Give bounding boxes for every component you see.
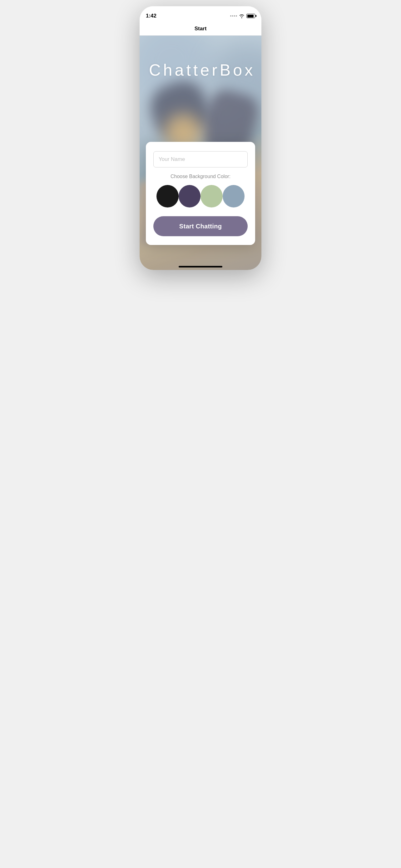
status-bar: 1:42 [140,6,261,22]
signal-dots-icon [230,15,237,17]
phone-frame: 1:42 Start [140,6,261,270]
color-swatch-green[interactable] [201,185,223,208]
name-input[interactable] [153,151,248,167]
app-title-text: ChatterBox [149,61,255,79]
start-chatting-button[interactable]: Start Chatting [153,216,248,236]
status-time: 1:42 [146,13,157,19]
color-label: Choose Background Color: [153,174,248,179]
nav-bar: Start [140,22,261,36]
form-card: Choose Background Color: Start Chatting [146,142,255,245]
home-indicator [179,266,222,268]
color-swatch-blue[interactable] [223,185,245,208]
battery-icon [246,14,255,18]
nav-title: Start [195,26,207,32]
wifi-icon [239,14,244,18]
hero-area: ChatterBox Choose Background Color: Star… [140,36,261,270]
color-swatch-purple[interactable] [179,185,201,208]
app-title-container: ChatterBox [140,61,261,80]
color-swatch-black[interactable] [157,185,179,208]
color-swatches [153,185,248,208]
status-icons [230,14,255,18]
